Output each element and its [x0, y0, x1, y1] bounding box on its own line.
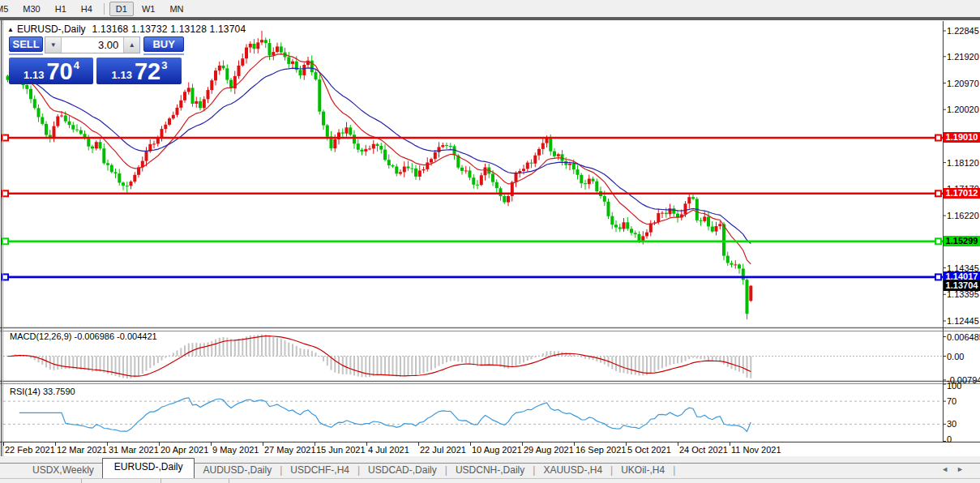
macd-indicator-label: MACD(12,26,9) -0.006986 -0.004421: [10, 331, 157, 341]
volume-decrease-button[interactable]: ▼: [45, 37, 62, 53]
chevron-down-icon: ▼: [50, 41, 57, 49]
chart-ohlc-values: 1.13168 1.13732 1.13128 1.13704: [92, 24, 246, 35]
status-separator: [229, 479, 229, 483]
date-tick-label: 12 Mar 2021: [57, 445, 107, 455]
price-level-marker[interactable]: 1.19010: [944, 132, 980, 143]
collapse-panel-icon[interactable]: ▲: [7, 26, 14, 33]
line-anchor-left[interactable]: [2, 274, 8, 280]
chart-tab-ukoil-h4[interactable]: UKOil-,H4: [613, 464, 673, 476]
rsi-tick-label: 70: [947, 396, 956, 406]
buy-price-sup: 3: [161, 59, 167, 71]
price-tick-label: 1.12445: [947, 316, 979, 326]
status-separator: [81, 479, 82, 483]
sell-price-small: 1.13: [24, 69, 44, 81]
price-tick-label: 1.22845: [947, 26, 979, 36]
chart-tab-xauusd-h4[interactable]: XAUUSD-,H4: [535, 464, 610, 476]
line-anchor-right[interactable]: [935, 238, 941, 244]
rsi-tick-label: 30: [947, 419, 956, 429]
price-tick-label: 1.20970: [947, 79, 979, 88]
buy-button-underline: [143, 53, 184, 55]
price-tick-label: 1.13395: [947, 289, 979, 299]
rsi-tick-label: 0: [947, 434, 952, 444]
tab-scroll-right-icon[interactable]: ►: [956, 465, 972, 473]
sell-quote-box[interactable]: 1.13 70 4: [9, 58, 93, 84]
price-tick-label: 1.21920: [947, 52, 979, 62]
volume-increase-button[interactable]: ▲: [123, 37, 139, 53]
price-level-marker[interactable]: 1.17012: [944, 188, 980, 199]
current-price-marker: 1.13704: [944, 280, 980, 291]
chart-tab-usdchf-h4[interactable]: USDCHF-,H4: [282, 464, 357, 476]
date-tick-label: 22 Jul 2021: [420, 445, 466, 455]
line-anchor-right[interactable]: [935, 135, 941, 141]
chart-title-row: ▲EURUSD-,Daily1.13168 1.13732 1.13128 1.…: [7, 24, 246, 35]
sell-button[interactable]: SELL: [9, 36, 43, 52]
one-click-trading-panel: SELL ▼ 3.00 ▲ BUY 1.13 70 4: [9, 36, 184, 84]
date-tick-label: 15 Jun 2021: [316, 445, 366, 455]
date-tick-label: 29 Aug 2021: [524, 445, 574, 455]
buy-quote-box[interactable]: 1.13 72 3: [96, 58, 182, 84]
sell-button-underline: [9, 53, 43, 55]
date-tick-label: 16 Sep 2021: [576, 445, 626, 455]
macd-tick-label: 0.006485: [947, 332, 980, 342]
date-tick-label: 11 Nov 2021: [731, 445, 781, 455]
date-tick-label: 4 Jul 2021: [368, 445, 409, 455]
sell-price-sup: 4: [74, 59, 79, 71]
date-tick-label: 5 Oct 2021: [627, 445, 671, 455]
chevron-up-icon: ▲: [129, 41, 135, 49]
date-tick-label: 22 Feb 2021: [5, 445, 55, 455]
tab-scroll-left-icon[interactable]: ◄: [941, 465, 956, 473]
line-anchor-left[interactable]: [2, 135, 8, 141]
price-tick-label: 1.18120: [947, 158, 979, 168]
buy-price-small: 1.13: [112, 69, 132, 81]
line-anchor-right[interactable]: [935, 274, 941, 280]
buy-button[interactable]: BUY: [143, 36, 184, 52]
status-strip: [0, 478, 980, 483]
rsi-pane: [3, 398, 942, 432]
price-level-marker[interactable]: 1.15299: [944, 236, 980, 246]
sell-price-big: 70: [46, 59, 72, 83]
volume-stepper: ▼ 3.00 ▲: [45, 36, 140, 53]
tab-separator: |: [673, 464, 675, 476]
buy-price-big: 72: [135, 59, 160, 83]
price-tick-label: 1.16220: [947, 211, 979, 220]
trading-terminal-window: M5M30H1H4D1W1MN ▲EURUSD-,Daily1.13168 1.…: [0, 0, 980, 483]
date-tick-label: 9 May 2021: [212, 445, 259, 455]
pane-borders: [0, 20, 980, 456]
line-anchor-left[interactable]: [2, 238, 8, 244]
date-tick-label: 31 Mar 2021: [109, 445, 159, 455]
chart-tab-usdcnh-daily[interactable]: USDCNH-,Daily: [447, 464, 533, 476]
volume-input[interactable]: 3.00: [62, 37, 123, 53]
date-tick-label: 24 Oct 2021: [679, 445, 728, 455]
chart-tab-usdcad-daily[interactable]: USDCAD-,Daily: [360, 464, 445, 476]
date-tick-label: 20 Apr 2021: [160, 445, 208, 455]
line-anchor-left[interactable]: [2, 190, 8, 196]
line-anchor-right[interactable]: [935, 190, 941, 196]
chart-tab-usdx-weekly[interactable]: USDX,Weekly: [24, 464, 102, 476]
rsi-indicator-label: RSI(14) 33.7590: [10, 387, 75, 396]
status-separator: [160, 479, 161, 483]
date-tick-label: 27 May 2021: [264, 445, 316, 455]
chart-symbol-label: EURUSD-,Daily: [17, 24, 86, 35]
price-tick-label: 1.20020: [947, 105, 979, 114]
symbol-tab-bar: USDX,WeeklyEURUSD-,DailyAUDUSD-,Daily|US…: [0, 456, 980, 478]
rsi-tick-label: 100: [947, 381, 961, 391]
chart-tab-eurusd-daily[interactable]: EURUSD-,Daily: [102, 458, 195, 479]
date-tick-label: 10 Aug 2021: [472, 445, 522, 455]
macd-tick-label: 0.00: [947, 352, 964, 361]
chart-tab-audusd-daily[interactable]: AUDUSD-,Daily: [195, 464, 280, 476]
